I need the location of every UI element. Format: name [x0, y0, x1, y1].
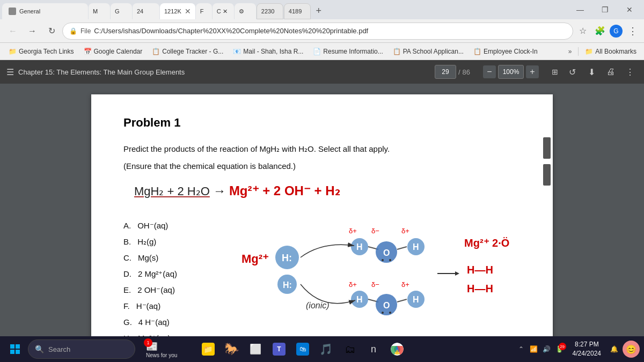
bookmark-label: Google Calendar: [94, 48, 143, 55]
taskbar-app-spotify[interactable]: 🎵: [316, 338, 337, 360]
pdf-toolbar-left: ☰ Chapter 15: The Elements: The Main Gro…: [6, 67, 430, 77]
clock-date: 4/24/2024: [573, 349, 601, 358]
pdf-title: Chapter 15: The Elements: The Main Group…: [18, 68, 185, 76]
taskbar-app-note[interactable]: n: [363, 338, 384, 360]
choice-g: G.4 H⁻(aq): [123, 314, 220, 330]
bookmarks-bar: 📁 Georgia Tech Links 📅 Google Calendar 📋…: [0, 43, 644, 60]
tab-favicon: [9, 8, 16, 15]
pdf-page-input[interactable]: [435, 65, 456, 79]
bookmark-clock-icon: 📋: [473, 48, 481, 55]
choice-a: A.OH⁻(aq): [123, 218, 220, 234]
battery-badge: 29: [559, 343, 566, 350]
bookmark-mail[interactable]: 📧 Mail - Shah, Isha R...: [229, 46, 308, 57]
bookmark-google-calendar[interactable]: 📅 Google Calendar: [79, 46, 147, 57]
pdf-content-area[interactable]: Problem 1 Predict the products of the re…: [0, 84, 644, 336]
pdf-menu-button[interactable]: ☰: [6, 67, 14, 77]
tab-general[interactable]: General: [2, 3, 88, 19]
pdf-more-button[interactable]: ⋮: [623, 64, 638, 79]
pdf-zoom-out-button[interactable]: −: [483, 65, 496, 78]
pdf-side-markers: [543, 137, 553, 186]
svg-point-25: [382, 312, 384, 314]
bookmark-resume-icon: 📄: [313, 48, 321, 55]
profile-button[interactable]: G: [610, 25, 623, 38]
bookmarks-folder-icon: 📁: [585, 48, 593, 55]
taskview-icon: ⬜: [250, 343, 261, 355]
bookmark-employee-clock[interactable]: 📋 Employee Clock-In: [469, 46, 542, 57]
window-controls: — ❐ ✕: [568, 0, 642, 19]
news-notification-badge: 1: [144, 338, 152, 347]
tab-8[interactable]: ⚙: [235, 3, 256, 19]
taskbar-app-explorer[interactable]: 📁: [197, 338, 219, 360]
taskbar-app-files[interactable]: 🗂: [339, 338, 361, 360]
forward-button[interactable]: →: [24, 23, 41, 40]
diagram-area: Mg²⁺ H: H: δ+: [231, 209, 521, 336]
taskbar-apps: 📰 1 News for you Feds charge Iran... 📁 🐎…: [142, 338, 408, 360]
maximize-button[interactable]: ❐: [592, 0, 617, 19]
tab-3[interactable]: G: [111, 3, 132, 19]
svg-text:δ+: δ+: [401, 227, 409, 235]
minimize-button[interactable]: —: [568, 0, 592, 19]
tab-pdf[interactable]: 1212K ✕: [160, 3, 195, 19]
reload-button[interactable]: ↻: [43, 23, 60, 40]
taskbar-search[interactable]: 🔍 Search: [28, 339, 135, 359]
taskbar-app-teams[interactable]: T: [268, 338, 290, 360]
tab-2[interactable]: M: [89, 3, 110, 19]
bookmark-pa-school[interactable]: 📋 PA School Applican...: [389, 46, 468, 57]
all-bookmarks-button[interactable]: 📁 All Bookmarks: [582, 47, 640, 56]
eq-mgh2: MgH₂ + 2 H₂O: [134, 184, 210, 198]
pdf-print-button[interactable]: 🖨: [603, 64, 618, 79]
tab-close[interactable]: ✕: [185, 7, 191, 16]
menu-button[interactable]: ⋮: [625, 24, 640, 39]
start-button[interactable]: [4, 338, 26, 360]
answer-choices: A.OH⁻(aq) B.H₂(g) C.Mg(s) D.2 Mg²⁺(aq) E…: [123, 218, 220, 336]
wifi-icon[interactable]: 📶: [529, 344, 539, 354]
search-placeholder: Search: [48, 345, 70, 353]
taskbar-app-chrome[interactable]: [386, 338, 408, 360]
news-widget[interactable]: 📰 1 News for you Feds charge Iran...: [142, 338, 195, 360]
svg-text:δ+: δ+: [401, 280, 409, 289]
bookmark-tracker-icon: 📋: [152, 48, 160, 55]
pdf-page: Problem 1 Predict the products of the re…: [91, 94, 553, 336]
toolbar-actions: ☆ 🧩 G ⋮: [575, 24, 640, 39]
svg-text:Mg²⁺: Mg²⁺: [241, 252, 269, 265]
new-tab-button[interactable]: +: [311, 4, 326, 19]
svg-text:H: H: [413, 295, 419, 304]
taskbar-app-taskview[interactable]: ⬜: [245, 338, 266, 360]
volume-icon[interactable]: 🔊: [541, 344, 552, 354]
bookmark-label: Employee Clock-In: [484, 48, 538, 55]
notification-center[interactable]: 🔔: [609, 344, 619, 354]
tab-2230[interactable]: 2230: [257, 3, 283, 19]
extension-button[interactable]: 🧩: [592, 24, 608, 39]
close-button[interactable]: ✕: [617, 0, 642, 19]
equation-area: MgH₂ + 2 H₂O → Mg²⁺ + 2 OH⁻ + H₂: [123, 183, 521, 198]
content-row: A.OH⁻(aq) B.H₂(g) C.Mg(s) D.2 Mg²⁺(aq) E…: [123, 209, 521, 336]
bookmark-college-tracker[interactable]: 📋 College Tracker - G...: [148, 46, 228, 57]
taskbar-app-horse[interactable]: 🐎: [221, 338, 243, 360]
pdf-rotate-button[interactable]: ↺: [565, 64, 580, 79]
bookmarks-more-button[interactable]: »: [565, 47, 575, 56]
pdf-zoom-input[interactable]: [498, 65, 524, 79]
pdf-download-button[interactable]: ⬇: [584, 64, 599, 79]
choice-d: D.2 Mg²⁺(aq): [123, 266, 220, 282]
choice-f: F.H⁻(aq): [123, 298, 220, 314]
tab-4[interactable]: 24: [133, 3, 159, 19]
pdf-zoom-in-button[interactable]: +: [526, 65, 539, 78]
pdf-toolbar: ☰ Chapter 15: The Elements: The Main Gro…: [0, 60, 644, 84]
tab-4189[interactable]: 4189: [284, 3, 311, 19]
tab-6[interactable]: F: [196, 3, 212, 19]
back-button[interactable]: ←: [4, 23, 21, 40]
battery-icon[interactable]: 🔋 29: [554, 344, 565, 354]
taskbar-app-store[interactable]: 🛍: [292, 338, 313, 360]
address-bar[interactable]: 🔒 File C:/Users/ishas/Downloads/Chapter%…: [62, 23, 573, 40]
bookmark-resume[interactable]: 📄 Resume Informatio...: [309, 46, 387, 57]
chevron-up-icon[interactable]: ⌃: [516, 344, 526, 354]
avatar-icon[interactable]: 😊: [623, 341, 640, 358]
bookmark-label: Georgia Tech Links: [19, 48, 74, 55]
bookmark-star-button[interactable]: ☆: [575, 24, 590, 39]
problem-text-1: Predict the products of the reaction of …: [123, 143, 521, 156]
tab-7[interactable]: C ✕: [213, 3, 234, 19]
pdf-fit-button[interactable]: ⊞: [547, 64, 562, 79]
bookmark-georgia-tech[interactable]: 📁 Georgia Tech Links: [4, 46, 78, 57]
clock[interactable]: 8:27 PM 4/24/2024: [568, 340, 605, 358]
svg-marker-33: [455, 271, 459, 276]
